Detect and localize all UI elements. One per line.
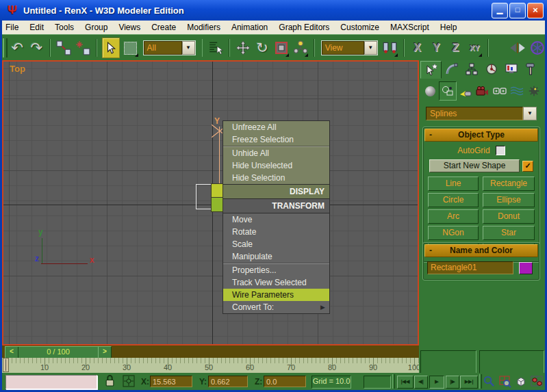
- selection-lock-toggle[interactable]: [105, 375, 115, 389]
- menu-tools[interactable]: Tools: [49, 21, 79, 34]
- z-coordinate-field[interactable]: 0.0: [264, 376, 306, 387]
- selection-filter-dropdown[interactable]: All ▼: [143, 40, 196, 55]
- chevron-down-icon[interactable]: ▼: [364, 41, 377, 55]
- start-new-shape-checkbox[interactable]: ✓: [522, 161, 533, 172]
- viewport-label[interactable]: Top: [10, 64, 25, 74]
- restrict-y-button[interactable]: Y: [428, 38, 444, 57]
- quad-title-display[interactable]: DISPLAY: [222, 184, 330, 198]
- autogrid-checkbox[interactable]: [496, 146, 505, 155]
- menu-item-convert-to[interactable]: ▶ Convert To:: [223, 301, 329, 313]
- absolute-mode-toggle[interactable]: [123, 375, 135, 390]
- menu-edit[interactable]: Edit: [24, 21, 49, 34]
- menu-group[interactable]: Group: [79, 21, 113, 34]
- next-frame-arrow[interactable]: >: [98, 347, 111, 358]
- category-helpers-button[interactable]: [492, 82, 508, 100]
- maximize-button[interactable]: □: [509, 3, 526, 18]
- menu-item-freeze-selection[interactable]: Freeze Selection: [223, 133, 329, 146]
- menu-item-manipulate[interactable]: Manipulate: [223, 250, 329, 263]
- toolbar-handle[interactable]: [3, 38, 8, 57]
- start-new-shape-button[interactable]: Start New Shape: [429, 159, 520, 172]
- name-and-color-rollout-header[interactable]: - Name and Color: [424, 244, 538, 257]
- select-object-button[interactable]: [102, 38, 120, 58]
- unlink-selection-button[interactable]: [75, 38, 91, 57]
- category-systems-button[interactable]: [526, 82, 542, 100]
- close-button[interactable]: ×: [527, 3, 544, 18]
- category-shapes-button[interactable]: [439, 81, 457, 101]
- menu-views[interactable]: Views: [113, 21, 146, 34]
- select-and-rotate-button[interactable]: ↻: [254, 38, 270, 57]
- play-button[interactable]: ▶: [429, 376, 444, 389]
- menu-animation[interactable]: Animation: [226, 21, 273, 34]
- ngon-button[interactable]: NGon: [428, 226, 479, 240]
- menu-maxscript[interactable]: MAXScript: [385, 21, 435, 34]
- rectangular-selection-region-button[interactable]: [123, 38, 139, 57]
- line-button[interactable]: Line: [428, 177, 479, 191]
- menu-item-unfreeze-all[interactable]: Unfreeze All: [223, 121, 329, 133]
- menu-item-rotate[interactable]: Rotate: [223, 226, 329, 238]
- next-frame-button[interactable]: |▶: [446, 376, 459, 389]
- menu-item-hide-unselected[interactable]: Hide Unselected: [223, 159, 329, 172]
- select-and-manipulate-button[interactable]: [292, 38, 309, 57]
- chevron-down-icon[interactable]: ▼: [523, 107, 537, 120]
- track-bar[interactable]: 10 20 30 40 50 60 70 80 90 100: [2, 358, 419, 373]
- rectangle-button[interactable]: Rectangle: [483, 177, 535, 191]
- arc-button[interactable]: Arc: [428, 209, 479, 224]
- menu-create[interactable]: Create: [146, 21, 181, 34]
- object-name-field[interactable]: Rectangle01: [427, 261, 513, 274]
- undo-button[interactable]: ↶: [9, 38, 25, 57]
- restrict-x-button[interactable]: X: [409, 38, 426, 57]
- use-pivot-center-button[interactable]: [382, 38, 398, 57]
- select-and-move-button[interactable]: [235, 38, 251, 57]
- maxscript-mini-listener[interactable]: [5, 375, 97, 389]
- tab-create[interactable]: [420, 61, 442, 79]
- menu-item-scale[interactable]: Scale: [223, 238, 329, 250]
- tab-utilities[interactable]: [521, 61, 541, 77]
- reference-coordsys-dropdown[interactable]: View ▼: [321, 40, 378, 55]
- tab-hierarchy[interactable]: [461, 61, 481, 77]
- chevron-down-icon[interactable]: ▼: [182, 41, 195, 55]
- x-coordinate-field[interactable]: 15.563: [150, 376, 192, 387]
- menu-item-wire-parameters[interactable]: Wire Parameters: [223, 289, 329, 301]
- restrict-z-button[interactable]: Z: [447, 38, 463, 57]
- category-cameras-button[interactable]: [474, 82, 491, 100]
- restrict-xy-plane-button[interactable]: XY: [466, 38, 483, 57]
- go-to-start-button[interactable]: |◀◀: [397, 376, 414, 389]
- go-to-end-button[interactable]: ▶▶|: [460, 376, 478, 389]
- quad-display-handle[interactable]: [211, 183, 223, 198]
- time-slider[interactable]: < 0 / 100 >: [5, 346, 112, 358]
- category-lights-button[interactable]: [457, 82, 474, 100]
- tab-modify[interactable]: [442, 61, 461, 77]
- track-view-button[interactable]: [529, 38, 546, 57]
- ellipse-button[interactable]: Ellipse: [483, 193, 535, 207]
- menu-item-unhide-all[interactable]: Unhide All: [223, 147, 329, 159]
- menu-customize[interactable]: Customize: [335, 21, 385, 34]
- select-and-link-button[interactable]: [55, 38, 72, 57]
- circle-button[interactable]: Circle: [428, 193, 479, 207]
- previous-frame-button[interactable]: ◀|: [414, 376, 428, 389]
- tab-motion[interactable]: [481, 61, 501, 77]
- quad-transform-handle[interactable]: [211, 197, 223, 212]
- quad-title-transform[interactable]: TRANSFORM: [222, 198, 330, 213]
- category-space-warps-button[interactable]: [509, 82, 525, 100]
- y-coordinate-field[interactable]: 0.662: [208, 376, 248, 387]
- menu-item-track-view-selected[interactable]: Track View Selected: [223, 276, 329, 289]
- zoom-extents-button[interactable]: [513, 375, 528, 388]
- time-slider-track[interactable]: < 0 / 100 >: [2, 345, 419, 358]
- frame-zero-marker[interactable]: [3, 358, 9, 372]
- redo-button[interactable]: ↷: [28, 38, 44, 57]
- time-tag-area[interactable]: [364, 376, 391, 389]
- previous-frame-arrow[interactable]: <: [5, 347, 18, 358]
- menu-item-properties[interactable]: Properties...: [223, 264, 329, 276]
- minimize-button[interactable]: ▁: [492, 3, 508, 18]
- zoom-button[interactable]: [482, 375, 496, 388]
- menu-modifiers[interactable]: Modifiers: [181, 21, 226, 34]
- select-and-scale-button[interactable]: [273, 38, 290, 57]
- spline-category-dropdown[interactable]: Splines ▼: [426, 107, 537, 120]
- object-color-swatch[interactable]: [519, 262, 533, 274]
- menu-item-hide-selection[interactable]: Hide Selection: [223, 172, 329, 184]
- category-geometry-button[interactable]: [422, 82, 438, 100]
- menu-help[interactable]: Help: [435, 21, 463, 34]
- tab-display[interactable]: [501, 61, 521, 77]
- object-type-rollout-header[interactable]: - Object Type: [424, 129, 538, 142]
- zoom-all-button[interactable]: [498, 375, 512, 388]
